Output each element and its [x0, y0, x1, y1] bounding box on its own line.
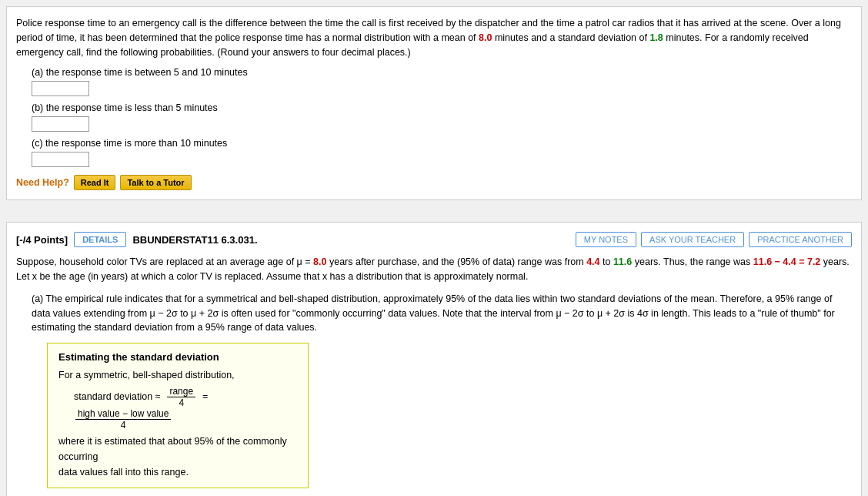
- question-b-input[interactable]: [32, 116, 89, 132]
- practice-another-button[interactable]: PRACTICE ANOTHER: [749, 232, 852, 247]
- problem-intro-paragraph: Suppose, household color TVs are replace…: [16, 255, 852, 284]
- mean-value: 8.0: [479, 32, 492, 43]
- part-a-paragraph: (a) The empirical rule indicates that fo…: [32, 292, 852, 335]
- talk-tutor-button-1[interactable]: Talk to a Tutor: [120, 175, 191, 190]
- estimation-title: Estimating the standard deviation: [58, 351, 297, 363]
- section-header-2: [-/4 Points] DETAILS BBUNDERSTAT11 6.3.0…: [16, 232, 852, 247]
- question-c-input-row: [32, 152, 852, 167]
- header-right: MY NOTES ASK YOUR TEACHER PRACTICE ANOTH…: [576, 232, 852, 247]
- problem-text-2: minutes and a standard deviation of: [492, 32, 649, 43]
- details-button[interactable]: DETAILS: [74, 232, 126, 247]
- question-a-label: (a) the response time is between 5 and 1…: [32, 67, 852, 78]
- header-left: [-/4 Points] DETAILS BBUNDERSTAT11 6.3.0…: [16, 232, 258, 247]
- fraction-1: range 4: [167, 386, 195, 408]
- estimation-box: Estimating the standard deviation For a …: [47, 343, 309, 488]
- question-c-label: (c) the response time is more than 10 mi…: [32, 138, 852, 149]
- need-help-bar-1: Need Help? Read It Talk to a Tutor: [16, 175, 852, 190]
- formula-label: standard deviation ≈: [74, 391, 163, 402]
- mu-value: 8.0: [313, 256, 326, 267]
- question-a-input-row: [32, 81, 852, 96]
- range-calc: 11.6 − 4.4 = 7.2: [753, 256, 821, 267]
- problem-id: BBUNDERSTAT11 6.3.031.: [132, 234, 257, 246]
- points-label: [-/4 Points]: [16, 234, 68, 246]
- section-1: Police response time to an emergency cal…: [6, 6, 862, 200]
- question-b-label: (b) the response time is less than 5 min…: [32, 102, 852, 113]
- section-2: [-/4 Points] DETAILS BBUNDERSTAT11 6.3.0…: [6, 222, 862, 496]
- estimation-formula: standard deviation ≈ range 4 = high valu…: [74, 386, 297, 431]
- estimation-line4: data values fall into this range.: [58, 464, 297, 480]
- estimation-line1: For a symmetric, bell-shaped distributio…: [58, 367, 297, 383]
- question-b-input-row: [32, 116, 852, 132]
- range-low: 4.4: [586, 256, 599, 267]
- range-high: 11.6: [613, 256, 632, 267]
- my-notes-button[interactable]: MY NOTES: [576, 232, 636, 247]
- fraction-2: high value − low value 4: [75, 408, 171, 431]
- question-a-input[interactable]: [32, 81, 89, 96]
- need-help-label-1: Need Help?: [16, 177, 69, 188]
- spacer: [0, 206, 868, 216]
- estimation-line3: where it is estimated that about 95% of …: [58, 434, 297, 464]
- sd-value: 1.8: [649, 32, 663, 43]
- problem-paragraph-1: Police response time to an emergency cal…: [16, 16, 852, 59]
- read-it-button-1[interactable]: Read It: [74, 175, 116, 190]
- question-c-input[interactable]: [32, 152, 89, 167]
- ask-teacher-button[interactable]: ASK YOUR TEACHER: [641, 232, 744, 247]
